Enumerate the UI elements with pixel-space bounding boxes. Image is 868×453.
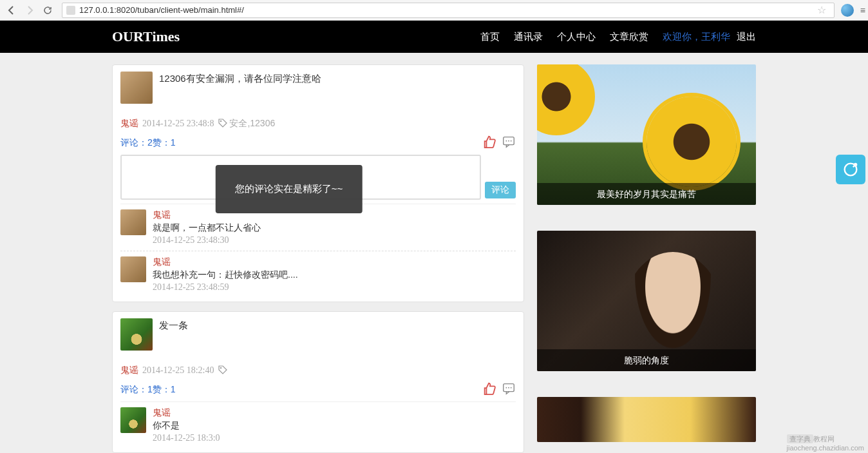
post-meta: 鬼谣 2014-12-25 18:2:40	[120, 365, 516, 376]
like-count-label[interactable]: 赞：1	[153, 384, 176, 396]
comment-count-label[interactable]: 评论：2	[120, 137, 153, 149]
reply: 鬼谣我也想补充一句：赶快修改密码吧....2014-12-25 23:48:59	[120, 251, 516, 298]
svg-point-4	[511, 140, 512, 142]
forward-button[interactable]	[22, 3, 37, 18]
reply-time: 2014-12-25 18:3:0	[153, 433, 220, 443]
avatar[interactable]	[120, 72, 153, 104]
svg-point-0	[220, 120, 222, 122]
reply-text: 我也想补充一句：赶快修改密码吧....	[153, 269, 298, 281]
reply-author[interactable]: 鬼谣	[153, 407, 220, 419]
sidebar-image	[537, 397, 756, 442]
sidebar-card[interactable]: 最美好的岁月其实是痛苦	[537, 64, 756, 205]
avatar[interactable]	[120, 318, 153, 351]
reply-author[interactable]: 鬼谣	[153, 256, 298, 268]
tag-icon	[218, 365, 228, 375]
svg-point-2	[505, 140, 507, 142]
avatar[interactable]	[120, 256, 146, 282]
comment-bubble-icon[interactable]	[502, 381, 516, 398]
svg-point-3	[508, 140, 509, 142]
thumbs-up-icon[interactable]	[482, 135, 496, 151]
reply-author[interactable]: 鬼谣	[153, 209, 261, 221]
sidebar-card[interactable]: 脆弱的角度	[537, 231, 756, 371]
replies: 鬼谣你不是2014-12-25 18:3:0	[120, 401, 516, 448]
post-time: 2014-12-25 18:2:40	[142, 365, 214, 375]
post-stats: 评论：1 赞：1	[120, 381, 516, 398]
share-float-button[interactable]	[836, 155, 865, 184]
tag-icon	[218, 118, 228, 128]
comment-input-row: 评论您的评论实在是精彩了~~	[120, 155, 516, 200]
reply-text: 就是啊，一点都不让人省心	[153, 222, 261, 234]
topnav: OURTimes 首页 通讯录 个人中心 文章欣赏 欢迎你，王利华 退出	[0, 21, 868, 53]
browser-toolbar: ☆ ≡	[0, 0, 868, 21]
post-author[interactable]: 鬼谣	[120, 118, 138, 128]
reply: 鬼谣你不是2014-12-25 18:3:0	[120, 401, 516, 448]
avatar[interactable]	[120, 209, 146, 235]
url-input[interactable]	[79, 5, 817, 15]
sidebar: 最美好的岁月其实是痛苦脆弱的角度	[537, 64, 756, 453]
reply-text: 你不是	[153, 420, 220, 432]
sidebar-caption: 最美好的岁月其实是痛苦	[537, 183, 756, 205]
reply-time: 2014-12-25 23:48:30	[153, 235, 261, 246]
nav-home[interactable]: 首页	[480, 31, 500, 43]
nav-profile[interactable]: 个人中心	[557, 31, 596, 43]
post-time: 2014-12-25 23:48:8	[142, 119, 214, 128]
post-tags: 安全,12306	[229, 118, 275, 128]
watermark: 查字典教程网 jiaocheng.chazidian.com	[787, 434, 864, 452]
svg-point-8	[508, 387, 509, 389]
like-count-label[interactable]: 赞：1	[153, 137, 176, 149]
back-button[interactable]	[4, 3, 19, 18]
brand[interactable]: OURTimes	[112, 28, 180, 45]
svg-point-5	[220, 367, 222, 369]
comment-input[interactable]	[120, 155, 481, 200]
logout-link[interactable]: 退出	[737, 31, 756, 43]
reply: 鬼谣就是啊，一点都不让人省心2014-12-25 23:48:30	[120, 204, 516, 251]
greeting: 欢迎你，王利华	[663, 31, 730, 43]
post-meta: 鬼谣 2014-12-25 23:48:8 安全,12306	[120, 118, 516, 130]
comment-bubble-icon[interactable]	[502, 135, 516, 151]
comment-count-label[interactable]: 评论：1	[120, 384, 153, 396]
bookmark-star-icon[interactable]: ☆	[817, 4, 826, 16]
feed: 12306有安全漏洞，请各位同学注意哈鬼谣 2014-12-25 23:48:8…	[112, 64, 524, 453]
url-bar[interactable]: ☆	[62, 3, 835, 18]
post: 发一条鬼谣 2014-12-25 18:2:40 评论：1 赞：1鬼谣你不是20…	[112, 311, 524, 453]
svg-point-9	[511, 387, 512, 389]
post: 12306有安全漏洞，请各位同学注意哈鬼谣 2014-12-25 23:48:8…	[112, 64, 524, 302]
post-stats: 评论：2 赞：1	[120, 135, 516, 151]
avatar[interactable]	[120, 407, 146, 433]
post-content: 发一条	[159, 318, 188, 351]
comment-submit-button[interactable]: 评论	[485, 182, 516, 198]
globe-icon[interactable]	[841, 4, 854, 17]
nav-articles[interactable]: 文章欣赏	[610, 31, 648, 43]
reload-button[interactable]	[40, 3, 55, 18]
thumbs-up-icon[interactable]	[482, 381, 496, 398]
sidebar-card[interactable]	[537, 397, 756, 442]
nav-links: 首页 通讯录 个人中心 文章欣赏	[480, 31, 648, 43]
sidebar-caption: 脆弱的角度	[537, 349, 756, 371]
replies: 鬼谣就是啊，一点都不让人省心2014-12-25 23:48:30鬼谣我也想补充…	[120, 204, 516, 298]
nav-contacts[interactable]: 通讯录	[514, 31, 543, 43]
page-icon	[66, 6, 75, 15]
chrome-menu-icon[interactable]: ≡	[860, 5, 864, 15]
post-author[interactable]: 鬼谣	[120, 365, 138, 375]
svg-point-7	[505, 387, 507, 389]
post-content: 12306有安全漏洞，请各位同学注意哈	[159, 72, 321, 104]
reply-time: 2014-12-25 23:48:59	[153, 282, 298, 293]
